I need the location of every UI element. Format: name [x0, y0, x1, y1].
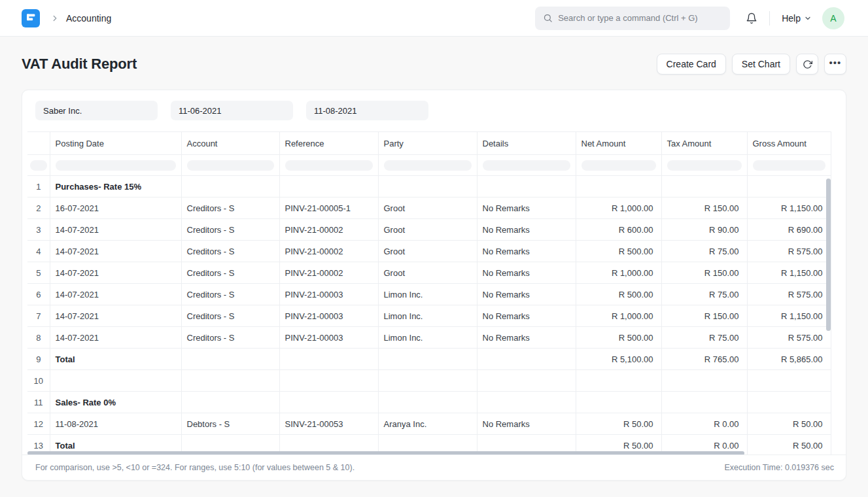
cell-party[interactable]: Aranya Inc. — [378, 413, 477, 435]
cell-gross-amount[interactable]: R 1,150.00 — [747, 262, 831, 284]
cell-tax-amount[interactable] — [661, 392, 747, 413]
cell-reference[interactable]: PINV-21-00005-1 — [279, 197, 378, 219]
cell-gross-amount[interactable]: R 690.00 — [747, 219, 831, 241]
cell-net-amount[interactable]: R 1,000.00 — [576, 197, 661, 219]
cell-account[interactable] — [181, 370, 279, 392]
cell-reference[interactable]: PINV-21-00002 — [279, 219, 378, 241]
cell-account[interactable] — [181, 176, 279, 197]
cell-gross-amount[interactable]: R 575.00 — [747, 327, 831, 349]
row-number[interactable]: 9 — [27, 349, 50, 370]
cell-party[interactable]: Groot — [378, 262, 477, 284]
cell-account[interactable] — [181, 349, 279, 370]
row-number[interactable]: 2 — [27, 197, 50, 219]
to-date-filter-input[interactable] — [306, 101, 428, 120]
cell-tax-amount[interactable]: R 150.00 — [661, 262, 747, 284]
cell-account[interactable]: Creditors - S — [181, 262, 279, 284]
company-filter-input[interactable] — [35, 101, 158, 120]
column-header-gross-amount[interactable]: Gross Amount — [747, 132, 831, 155]
global-search[interactable] — [535, 7, 730, 30]
cell-net-amount[interactable]: R 500.00 — [576, 284, 661, 305]
cell-net-amount[interactable] — [576, 176, 661, 197]
cell-reference[interactable] — [279, 349, 378, 370]
cell-gross-amount[interactable]: R 1,150.00 — [747, 197, 831, 219]
cell-reference[interactable]: PINV-21-00003 — [279, 327, 378, 349]
from-date-filter-input[interactable] — [171, 101, 293, 120]
column-filter-input-posting-date[interactable] — [56, 160, 176, 171]
cell-posting-date[interactable]: 14-07-2021 — [50, 262, 181, 284]
cell-account[interactable]: Debtors - S — [181, 413, 279, 435]
cell-net-amount[interactable]: R 1,000.00 — [576, 262, 661, 284]
refresh-button[interactable] — [796, 54, 818, 75]
row-number[interactable]: 4 — [27, 241, 50, 262]
cell-tax-amount[interactable]: R 765.00 — [661, 349, 747, 370]
cell-gross-amount[interactable]: R 50.00 — [747, 435, 831, 456]
cell-reference[interactable] — [279, 176, 378, 197]
cell-gross-amount[interactable] — [747, 370, 831, 392]
row-number[interactable]: 1 — [27, 176, 50, 197]
cell-party[interactable] — [378, 176, 477, 197]
cell-reference[interactable]: PINV-21-00002 — [279, 241, 378, 262]
column-filter-input-tax-amount[interactable] — [667, 160, 742, 171]
row-number[interactable]: 3 — [27, 219, 50, 241]
cell-net-amount[interactable]: R 600.00 — [576, 219, 661, 241]
cell-reference[interactable] — [279, 392, 378, 413]
row-number[interactable]: 8 — [27, 327, 50, 349]
cell-details[interactable]: No Remarks — [477, 413, 576, 435]
cell-party[interactable]: Groot — [378, 241, 477, 262]
breadcrumb[interactable]: Accounting — [66, 13, 111, 24]
cell-net-amount[interactable]: R 500.00 — [576, 327, 661, 349]
cell-posting-date[interactable]: Purchases- Rate 15% — [50, 176, 181, 197]
column-filter-input-reference[interactable] — [285, 160, 373, 171]
create-card-button[interactable]: Create Card — [657, 54, 726, 75]
cell-posting-date[interactable]: 14-07-2021 — [50, 305, 181, 327]
cell-posting-date[interactable]: 14-07-2021 — [50, 284, 181, 305]
cell-tax-amount[interactable]: R 90.00 — [661, 219, 747, 241]
row-filter-input[interactable] — [30, 160, 47, 171]
cell-reference[interactable]: SINV-21-00053 — [279, 413, 378, 435]
notifications-button[interactable] — [746, 12, 757, 24]
cell-tax-amount[interactable] — [661, 370, 747, 392]
cell-gross-amount[interactable] — [747, 176, 831, 197]
column-header-tax-amount[interactable]: Tax Amount — [661, 132, 747, 155]
cell-party[interactable]: Limon Inc. — [378, 327, 477, 349]
cell-details[interactable]: No Remarks — [477, 305, 576, 327]
cell-party[interactable] — [378, 349, 477, 370]
cell-net-amount[interactable] — [576, 370, 661, 392]
cell-posting-date[interactable]: 14-07-2021 — [50, 219, 181, 241]
cell-details[interactable] — [477, 176, 576, 197]
cell-details[interactable] — [477, 370, 576, 392]
cell-net-amount[interactable]: R 1,000.00 — [576, 305, 661, 327]
cell-posting-date[interactable]: Total — [50, 349, 181, 370]
cell-account[interactable]: Creditors - S — [181, 197, 279, 219]
cell-details[interactable] — [477, 392, 576, 413]
cell-gross-amount[interactable]: R 575.00 — [747, 284, 831, 305]
app-logo-icon[interactable] — [22, 9, 40, 27]
row-number[interactable]: 10 — [27, 370, 50, 392]
cell-net-amount[interactable]: R 5,100.00 — [576, 349, 661, 370]
cell-tax-amount[interactable] — [661, 176, 747, 197]
cell-net-amount[interactable]: R 50.00 — [576, 413, 661, 435]
column-filter-input-net-amount[interactable] — [582, 160, 656, 171]
cell-tax-amount[interactable]: R 75.00 — [661, 327, 747, 349]
column-header-posting-date[interactable]: Posting Date — [50, 132, 181, 155]
cell-reference[interactable] — [279, 370, 378, 392]
cell-posting-date[interactable] — [50, 370, 181, 392]
cell-tax-amount[interactable]: R 75.00 — [661, 284, 747, 305]
cell-tax-amount[interactable]: R 0.00 — [661, 413, 747, 435]
column-header-reference[interactable]: Reference — [279, 132, 378, 155]
cell-posting-date[interactable]: Sales- Rate 0% — [50, 392, 181, 413]
cell-account[interactable] — [181, 392, 279, 413]
cell-account[interactable]: Creditors - S — [181, 327, 279, 349]
cell-gross-amount[interactable]: R 5,865.00 — [747, 349, 831, 370]
vertical-scrollbar[interactable] — [826, 179, 831, 331]
row-number[interactable]: 5 — [27, 262, 50, 284]
row-number[interactable]: 7 — [27, 305, 50, 327]
column-filter-input-account[interactable] — [187, 160, 274, 171]
set-chart-button[interactable]: Set Chart — [732, 54, 790, 75]
cell-tax-amount[interactable]: R 150.00 — [661, 197, 747, 219]
cell-details[interactable]: No Remarks — [477, 241, 576, 262]
cell-account[interactable]: Creditors - S — [181, 241, 279, 262]
column-filter-input-details[interactable] — [483, 160, 570, 171]
cell-account[interactable]: Creditors - S — [181, 219, 279, 241]
column-header-party[interactable]: Party — [378, 132, 477, 155]
